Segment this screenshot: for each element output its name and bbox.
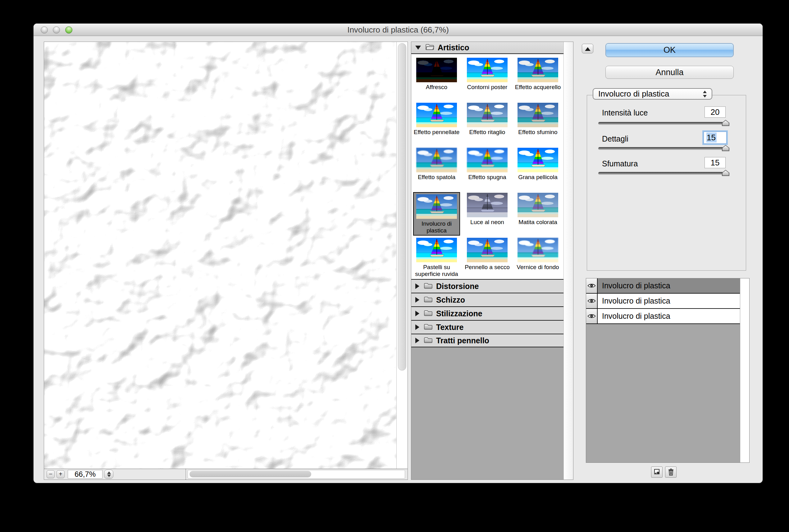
filter-thumb-effetto-spugna[interactable]: Effetto spugna (462, 145, 513, 190)
category-label: Tratti pennello (436, 336, 489, 345)
titlebar[interactable]: Involucro di plastica (66,7%) (34, 24, 763, 36)
filter-thumb-luce-al-neon[interactable]: Luce al neon (462, 190, 513, 235)
category-stilizzazione[interactable]: Stilizzazione (411, 306, 564, 320)
filter-thumb-matita-colorata[interactable]: Matita colorata (513, 190, 563, 235)
filter-thumb-label: Involucro di plastica (416, 221, 457, 234)
filter-dropdown-value: Involucro di plastica (598, 89, 669, 99)
category-label: Stilizzazione (436, 309, 482, 318)
filter-thumb-grana-pellicola[interactable]: Grana pellicola (513, 145, 563, 190)
category-tratti-pennello[interactable]: Tratti pennello (411, 334, 564, 347)
effect-layer-row[interactable]: Involucro di plastica (586, 293, 740, 309)
folder-icon (424, 323, 433, 331)
filter-thumb-pastelli-su-superficie-ruvida[interactable]: Pastelli su superficie ruvida (411, 235, 462, 279)
detail-slider[interactable] (598, 147, 728, 150)
filter-thumbnail-image (416, 194, 457, 219)
preview-statusbar: − + 66,7% (44, 469, 407, 479)
light-strength-slider[interactable] (598, 122, 728, 125)
filter-thumb-label: Grana pellicola (518, 174, 557, 180)
filter-thumbnail-image (467, 238, 508, 262)
category-distorsione[interactable]: Distorsione (411, 279, 564, 293)
statusbar-divider (185, 469, 186, 479)
delete-effect-layer-button[interactable] (665, 467, 677, 478)
light-strength-value[interactable]: 20 (704, 107, 726, 118)
filter-dropdown[interactable]: Involucro di plastica (593, 88, 712, 100)
horizontal-scrollbar-thumb[interactable] (189, 471, 311, 477)
filter-thumb-affresco[interactable]: Affresco (411, 55, 462, 100)
smoothness-label: Sfumatura (602, 159, 638, 168)
filter-thumbnail-image (517, 148, 558, 172)
light-strength-label: Intensità luce (602, 108, 648, 117)
layers-scrollbar[interactable] (740, 279, 749, 462)
trash-icon (667, 468, 675, 476)
filter-thumb-label: Effetto spatola (418, 174, 455, 180)
disclosure-closed-icon (415, 297, 419, 303)
vertical-scrollbar-thumb[interactable] (398, 43, 406, 370)
filter-thumbnail-image (517, 58, 558, 82)
category-texture[interactable]: Texture (411, 320, 564, 334)
filter-thumb-label: Effetto spugna (468, 174, 506, 180)
filter-browser-panel: Artistico Affresco Contorni poster (411, 42, 573, 480)
category-label: Distorsione (436, 282, 479, 291)
effect-layer-row[interactable]: Involucro di plastica (586, 279, 740, 293)
browser-content: Artistico Affresco Contorni poster (411, 42, 564, 479)
thumbnail-row: Effetto pennellate Effetto ritaglio Effe… (411, 100, 564, 145)
category-schizzo[interactable]: Schizzo (411, 293, 564, 306)
filter-gallery-dialog: Involucro di plastica (66,7%) − + 66,7% (33, 23, 763, 483)
filter-thumb-contorni-poster[interactable]: Contorni poster (462, 55, 513, 100)
visibility-toggle[interactable] (586, 293, 598, 308)
vertical-scrollbar[interactable] (396, 42, 407, 469)
selected-filter-box[interactable]: Involucro di plastica (413, 192, 460, 235)
collapse-browser-button[interactable] (582, 44, 593, 53)
filter-thumb-effetto-spatola[interactable]: Effetto spatola (411, 145, 462, 190)
browser-scrollbar[interactable] (564, 42, 573, 479)
filter-thumbnail-image (467, 103, 508, 127)
filter-thumb-effetto-sfumino[interactable]: Effetto sfumino (513, 100, 563, 145)
category-artistico[interactable]: Artistico (411, 42, 564, 54)
category-label: Texture (436, 323, 463, 332)
disclosure-closed-icon (415, 311, 419, 316)
filter-thumb-effetto-pennellate[interactable]: Effetto pennellate (411, 100, 462, 145)
filter-thumb-label: Effetto sfumino (518, 129, 557, 136)
filter-box: Effetto sfumino (517, 103, 558, 136)
filter-box: Effetto ritaglio (467, 103, 508, 136)
filter-thumb-vernice-di-fondo[interactable]: Vernice di fondo (513, 235, 563, 279)
detail-value[interactable]: 15 (703, 132, 727, 144)
zoom-stepper[interactable] (104, 470, 113, 479)
filter-thumb-label: Vernice di fondo (517, 264, 559, 271)
smoothness-slider[interactable] (598, 172, 728, 175)
new-effect-layer-button[interactable] (651, 467, 663, 478)
filter-thumb-label: Affresco (426, 84, 447, 91)
horizontal-scrollbar[interactable] (188, 470, 405, 479)
visibility-toggle[interactable] (586, 309, 598, 323)
filter-thumb-label: Pastelli su superficie ruvida (412, 264, 461, 278)
zoom-level-field[interactable]: 66,7% (68, 470, 103, 479)
thumbnail-row: Involucro di plastica Luce al neon Matit… (411, 190, 564, 235)
detail-label: Dettagli (602, 134, 628, 144)
ok-button[interactable]: OK (605, 43, 734, 57)
new-layer-icon (653, 468, 661, 476)
effect-layer-name[interactable]: Involucro di plastica (598, 293, 740, 308)
effect-layer-name[interactable]: Involucro di plastica (598, 309, 740, 323)
disclosure-open-icon (415, 45, 421, 50)
effect-layer-row[interactable]: Involucro di plastica (586, 309, 740, 324)
effect-layer-name[interactable]: Involucro di plastica (598, 279, 740, 293)
filter-thumbnail-image (517, 103, 558, 127)
filter-thumbnail-image (416, 148, 457, 172)
filter-thumb-effetto-acquerello[interactable]: Effetto acquerello (513, 55, 563, 100)
filter-box: Effetto pennellate (414, 103, 460, 136)
folder-open-icon (425, 44, 434, 52)
filter-thumb-label: Effetto ritaglio (470, 129, 506, 136)
filter-thumb-effetto-ritaglio[interactable]: Effetto ritaglio (462, 100, 513, 145)
filter-box: Effetto spatola (416, 148, 457, 180)
category-label: Schizzo (436, 296, 465, 304)
visibility-toggle[interactable] (586, 279, 598, 293)
filter-preview-image[interactable] (44, 42, 396, 469)
cancel-button[interactable]: Annulla (605, 66, 734, 79)
filter-thumb-label: Luce al neon (470, 219, 504, 226)
filter-thumb-involucro-di-plastica[interactable]: Involucro di plastica (411, 190, 462, 235)
zoom-out-button[interactable]: − (47, 470, 55, 478)
smoothness-value[interactable]: 15 (704, 157, 726, 168)
filter-box: Effetto spugna (467, 148, 508, 180)
zoom-in-button[interactable]: + (57, 470, 65, 478)
filter-thumb-pennello-a-secco[interactable]: Pennello a secco (462, 235, 513, 279)
